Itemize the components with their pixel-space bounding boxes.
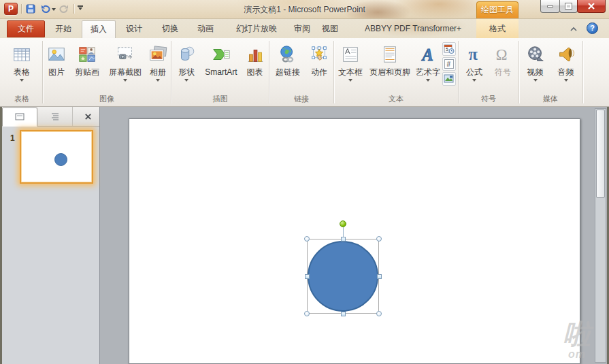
close-icon [587,3,595,10]
video-button[interactable]: 视频 [520,39,550,94]
audio-icon [556,44,576,65]
hyperlink-button[interactable]: 超链接 [270,39,306,94]
slide-1-thumbnail[interactable] [20,130,93,184]
tab-abbyy[interactable]: ABBYY PDF Transformer+ [359,20,467,37]
equation-icon: π [469,45,478,63]
tab-insert[interactable]: 插入 [82,20,116,38]
slides-panel-tabs [2,107,99,127]
table-icon [12,44,32,65]
ribbon: 表格 表格 图片 剪贴画 屏幕截图 [0,38,609,107]
slide-editing-surface[interactable] [129,118,580,364]
group-label-images: 图像 [44,94,170,104]
vertical-scrollbar[interactable] [595,108,606,363]
date-time-button[interactable]: 5 [442,42,456,56]
slides-tab[interactable] [2,107,37,127]
chevron-down-icon [564,79,568,84]
slide-canvas[interactable]: 啦 om [101,107,595,364]
powerpoint-window: P 演示文稿1 - Microsoft PowerPoint 绘图工具 [0,0,609,364]
action-button[interactable]: 动作 [306,39,333,94]
resize-handle-left[interactable] [305,274,310,279]
chevron-down-icon [156,79,160,84]
restore-icon [565,3,572,9]
chevron-down-icon [123,79,127,84]
symbol-button-disabled[interactable]: Ω 符号 [489,39,516,94]
tab-transitions[interactable]: 切换 [154,20,186,37]
date-time-icon: 5 [444,44,455,54]
tab-review[interactable]: 审阅 [287,20,317,37]
textbox-button[interactable]: 文本框 [335,39,366,94]
insert-object-button[interactable] [442,72,456,86]
ribbon-group-illustrations: 形状 SmartArt 图表 插图 [172,39,268,105]
scrollbar-thumb[interactable] [596,110,605,198]
chevron-down-icon [472,79,476,84]
tab-animations[interactable]: 动画 [190,20,221,37]
audio-button[interactable]: 音频 [550,39,581,94]
wordart-button[interactable]: A 艺术字 [414,39,442,94]
group-separator [269,41,269,103]
video-icon [525,44,546,65]
minimize-ribbon-button[interactable] [568,24,579,34]
slides-panel: 1 [2,107,100,364]
resize-handle-bottom-left[interactable] [304,311,310,316]
content-area: 1 啦 om [0,107,609,364]
chevron-down-icon [533,79,538,84]
header-footer-button[interactable]: 页眉和页脚 [366,39,414,94]
picture-button[interactable]: 图片 [44,39,69,94]
action-icon [309,44,329,65]
close-panel-button[interactable] [76,107,99,126]
group-label-media: 媒体 [520,94,581,104]
minimize-button[interactable] [540,0,560,13]
screenshot-button[interactable]: 屏幕截图 [105,39,146,94]
group-separator [582,41,583,103]
svg-text:5: 5 [446,47,448,52]
symbol-icon: Ω [496,46,508,63]
photo-album-button[interactable]: 相册 [146,39,170,94]
shapes-button[interactable]: 形状 [172,39,201,94]
resize-handle-bottom-right[interactable] [376,311,382,316]
group-separator [333,41,334,103]
smartart-icon [211,44,231,65]
table-button[interactable]: 表格 [4,39,39,94]
resize-handle-top-right[interactable] [376,236,382,242]
textbox-icon [340,44,361,65]
ribbon-group-symbols: π 公式 Ω 符号 符号 [459,39,518,105]
photo-album-icon [148,44,168,65]
wordart-icon: A [421,46,433,64]
rotation-handle[interactable] [340,220,346,227]
group-label-text: 文本 [335,94,457,104]
chevron-down-icon [20,79,24,84]
equation-button[interactable]: π 公式 [459,39,489,94]
ribbon-group-table: 表格 表格 [2,39,42,105]
smartart-button[interactable]: SmartArt [201,39,242,94]
close-icon [84,113,92,120]
outline-tab[interactable] [37,107,73,126]
tab-home[interactable]: 开始 [48,20,79,37]
site-watermark: 啦 om [563,320,591,360]
resize-handle-top-left[interactable] [304,236,310,242]
screenshot-icon [115,44,135,65]
group-label-links: 链接 [270,94,333,104]
drawing-tools-contextual-badge: 绘图工具 [476,1,519,18]
tab-file[interactable]: 文件 [7,20,45,37]
restore-button[interactable] [559,0,578,13]
svg-text:#: # [447,61,451,68]
chart-button[interactable]: 图表 [242,39,268,94]
tab-slideshow[interactable]: 幻灯片放映 [226,20,287,37]
slide-number-button[interactable]: # [442,57,456,71]
resize-handle-bottom[interactable] [341,312,346,316]
oval-shape[interactable] [308,241,378,312]
resize-handle-right[interactable] [377,274,382,279]
help-button[interactable]: ? [587,22,598,34]
tab-view[interactable]: 视图 [316,20,344,37]
header-footer-icon [380,44,400,65]
tab-format[interactable]: 格式 [480,20,514,37]
chevron-up-icon [570,27,577,32]
group-label-table: 表格 [2,94,42,104]
clipart-button[interactable]: 剪贴画 [69,39,105,94]
tab-design[interactable]: 设计 [118,20,150,37]
group-label-symbols: 符号 [459,94,518,104]
resize-handle-top[interactable] [341,237,346,242]
group-label-illustrations: 插图 [172,94,268,104]
close-button[interactable] [577,0,606,13]
slide-number-label: 1 [10,133,15,143]
